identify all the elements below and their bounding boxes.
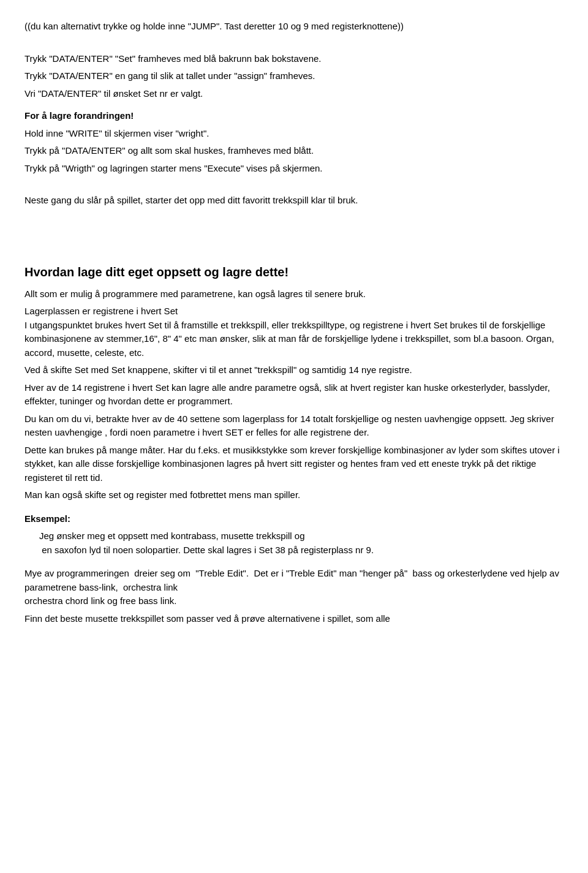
orchestra-link-text: orchestra link bbox=[123, 582, 178, 592]
paragraph-6: Hold inne "WRITE" til skjermen viser "wr… bbox=[24, 127, 564, 141]
body-paragraph-4: Hver av de 14 registrene i hvert Set kan… bbox=[24, 381, 564, 409]
body-paragraph-3: Ved å skifte Set med Set knappene, skift… bbox=[24, 363, 564, 377]
example-label: Eksempel: bbox=[24, 512, 564, 526]
body-paragraph-7: Man kan også skifte set og register med … bbox=[24, 488, 564, 502]
final-paragraph-1: Mye av programmeringen dreier seg om "Tr… bbox=[24, 567, 564, 608]
paragraph-7: Trykk på "DATA/ENTER" og allt som skal h… bbox=[24, 144, 564, 158]
body-paragraph-6: Dette kan brukes på mange måter. Har du … bbox=[24, 444, 564, 485]
final-paragraph-2: Finn det beste musette trekkspillet som … bbox=[24, 612, 564, 626]
paragraph-3: Trykk "DATA/ENTER" en gang til slik at t… bbox=[24, 69, 564, 83]
body-paragraph-5: Du kan om du vi, betrakte hver av de 40 … bbox=[24, 412, 564, 440]
body-paragraph-2: Lagerplassen er registrene i hvert SetI … bbox=[24, 304, 564, 360]
paragraph-4: Vri "DATA/ENTER" til ønsket Set nr er va… bbox=[24, 87, 564, 101]
paragraph-2: Trykk "DATA/ENTER" "Set" framheves med b… bbox=[24, 52, 564, 66]
paragraph-8: Trykk på "Wrigth" og lagringen starter m… bbox=[24, 162, 564, 176]
body-paragraph-1: Allt som er mulig å programmere med para… bbox=[24, 287, 564, 301]
example-text: Jeg ønsker meg et oppsett med kontrabass… bbox=[39, 529, 564, 557]
paragraph-1: ((du kan alternativt trykke og holde inn… bbox=[24, 20, 564, 34]
page-content: ((du kan alternativt trykke og holde inn… bbox=[24, 20, 564, 625]
paragraph-5: For å lagre forandringen! bbox=[24, 109, 564, 123]
section-heading: Hvordan lage ditt eget oppsett og lagre … bbox=[24, 263, 564, 281]
paragraph-9: Neste gang du slår på spillet, starter d… bbox=[24, 194, 564, 208]
